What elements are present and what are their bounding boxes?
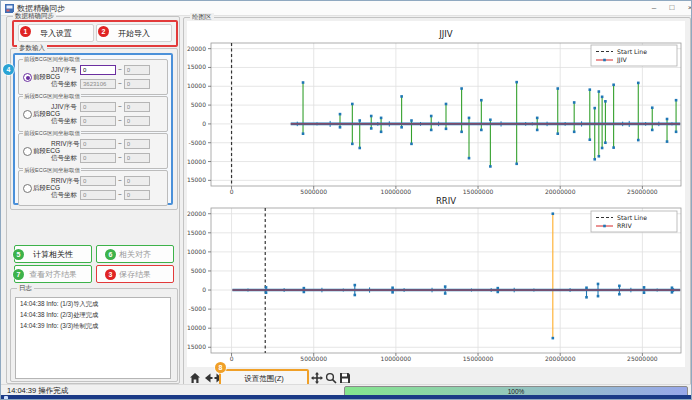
svg-text:10000: 10000: [187, 248, 206, 255]
save-icon[interactable]: [339, 372, 351, 384]
log-listbox[interactable]: 14:04:38 Info: (1/3)导入完成 14:04:38 Info: …: [15, 297, 171, 379]
range-separator: ~: [118, 117, 122, 124]
svg-text:20000: 20000: [187, 45, 206, 52]
zoom-icon[interactable]: [325, 372, 337, 384]
svg-text:25000000: 25000000: [627, 188, 658, 195]
svg-text:JJIV: JJIV: [438, 29, 453, 39]
signal-coord-from-input[interactable]: [80, 190, 116, 200]
log-line: 14:04:38 Info: (1/3)导入完成: [20, 300, 170, 309]
param-group-ecg-front: 前段ECG区间坐标取值 前段ECG RRIV序号~ 信号坐标~: [18, 133, 168, 169]
step-badge-3: 3: [105, 269, 116, 280]
param-group-title: 后段BCG区间坐标取值: [23, 93, 81, 100]
step-badge-5: 5: [13, 249, 24, 260]
log-line: 14:04:38 Info: (2/3)处理完成: [20, 311, 170, 320]
radio-ecg-front[interactable]: [23, 147, 32, 156]
signal-coord-to-input[interactable]: [124, 153, 150, 163]
param-group-title: 后段ECG区间坐标取值: [23, 167, 81, 174]
signal-coord-from-input[interactable]: [80, 153, 116, 163]
radio-bcg-rear[interactable]: [23, 110, 32, 119]
view-align-result-label: 查看对齐结果: [29, 269, 77, 280]
log-group-title: 日志: [17, 284, 34, 292]
jjiv-index-to-input[interactable]: [124, 65, 150, 75]
svg-text:5000000: 5000000: [300, 355, 327, 362]
svg-text:0: 0: [230, 355, 234, 362]
svg-text:20000: 20000: [187, 210, 206, 217]
svg-text:-15000: -15000: [187, 343, 206, 350]
field-label: RRIV序号: [51, 175, 79, 186]
radio-bcg-front[interactable]: [23, 73, 32, 82]
signal-coord-to-input[interactable]: [124, 190, 150, 200]
app-window: 数据精确同步 – □ × 数据精确同步 导入设置 开始导入 1 2 参数输入 前…: [0, 0, 692, 400]
field-label: JJIV序号: [51, 64, 79, 75]
svg-text:0: 0: [202, 286, 206, 293]
range-separator: ~: [118, 103, 122, 110]
svg-text:25000000: 25000000: [627, 355, 658, 362]
svg-text:-10000: -10000: [187, 324, 206, 331]
svg-text:RRIV: RRIV: [436, 197, 456, 206]
signal-coord-to-input[interactable]: [124, 116, 150, 126]
step-badge-2: 2: [98, 26, 109, 37]
log-line: 14:04:39 Info: (3/3)绘制完成: [20, 322, 170, 331]
calc-correlation-button[interactable]: 计算相关性: [14, 245, 92, 263]
view-align-result-button[interactable]: 查看对齐结果: [14, 265, 92, 283]
params-group-title: 参数输入: [17, 44, 47, 52]
rriv-index-from-input[interactable]: [80, 176, 116, 186]
svg-text:15000: 15000: [187, 63, 206, 70]
range-separator: ~: [118, 66, 122, 73]
signal-coord-from-input[interactable]: [80, 79, 116, 89]
range-separator: ~: [118, 191, 122, 198]
svg-text:5000: 5000: [191, 267, 206, 274]
param-group-bcg-rear: 后段BCG区间坐标取值 后段BCG JJIV序号~ 信号坐标~: [18, 96, 168, 132]
maximize-icon[interactable]: □: [663, 1, 681, 14]
minimize-icon[interactable]: –: [645, 1, 663, 14]
home-icon[interactable]: [189, 372, 201, 384]
svg-text:15000000: 15000000: [463, 355, 494, 362]
svg-text:-5000: -5000: [189, 305, 207, 312]
taskbar-start-icon[interactable]: [4, 396, 8, 400]
param-group-title: 前段BCG区间坐标取值: [23, 56, 81, 63]
svg-text:5000: 5000: [191, 101, 206, 108]
pan-icon[interactable]: [311, 372, 323, 384]
field-label: 信号坐标: [51, 115, 79, 126]
field-label: 信号坐标: [51, 189, 79, 200]
svg-text:15000000: 15000000: [463, 188, 494, 195]
correlation-align-label: 相关对齐: [119, 249, 151, 260]
field-label: 信号坐标: [51, 78, 79, 89]
set-range-label: 设置范围(Z): [244, 374, 284, 384]
svg-text:15000: 15000: [187, 229, 206, 236]
svg-text:5000000: 5000000: [300, 188, 327, 195]
close-icon[interactable]: ×: [681, 1, 692, 14]
radio-ecg-rear[interactable]: [23, 184, 32, 193]
jjiv-index-to-input[interactable]: [124, 102, 150, 112]
svg-text:-10000: -10000: [187, 158, 206, 165]
jjiv-index-from-input[interactable]: [80, 102, 116, 112]
svg-text:Start Line: Start Line: [617, 48, 647, 55]
range-separator: ~: [118, 154, 122, 161]
step-badge-6: 6: [105, 249, 116, 260]
plot-area-title: 绘图区: [190, 13, 214, 21]
svg-text:Start Line: Start Line: [617, 214, 647, 221]
rriv-chart: 20000150001000050000-5000-10000-15000050…: [187, 197, 685, 367]
range-separator: ~: [118, 80, 122, 87]
range-separator: ~: [118, 140, 122, 147]
save-results-label: 保存结果: [119, 269, 151, 280]
rriv-index-to-input[interactable]: [124, 176, 150, 186]
rriv-index-to-input[interactable]: [124, 139, 150, 149]
svg-text:0: 0: [230, 188, 234, 195]
signal-coord-from-input[interactable]: [80, 116, 116, 126]
svg-text:0: 0: [202, 120, 206, 127]
calc-correlation-label: 计算相关性: [33, 249, 73, 260]
os-taskbar[interactable]: [1, 395, 691, 400]
svg-text:20000000: 20000000: [545, 188, 576, 195]
step-badge-1: 1: [20, 26, 31, 37]
param-group-ecg-rear: 后段ECG区间坐标取值 后段ECG RRIV序号~ 信号坐标~: [18, 170, 168, 206]
step-badge-7: 7: [13, 269, 24, 280]
start-import-label: 开始导入: [118, 28, 150, 39]
jjiv-index-from-input[interactable]: [80, 65, 116, 75]
param-group-bcg-front: 前段BCG区间坐标取值 前段BCG JJIV序号~ 信号坐标~: [18, 59, 168, 95]
rriv-index-from-input[interactable]: [80, 139, 116, 149]
step-badge-4: 4: [3, 64, 14, 75]
field-label: 信号坐标: [51, 152, 79, 163]
signal-coord-to-input[interactable]: [124, 79, 150, 89]
import-actions-frame: 导入设置 开始导入: [12, 20, 178, 47]
